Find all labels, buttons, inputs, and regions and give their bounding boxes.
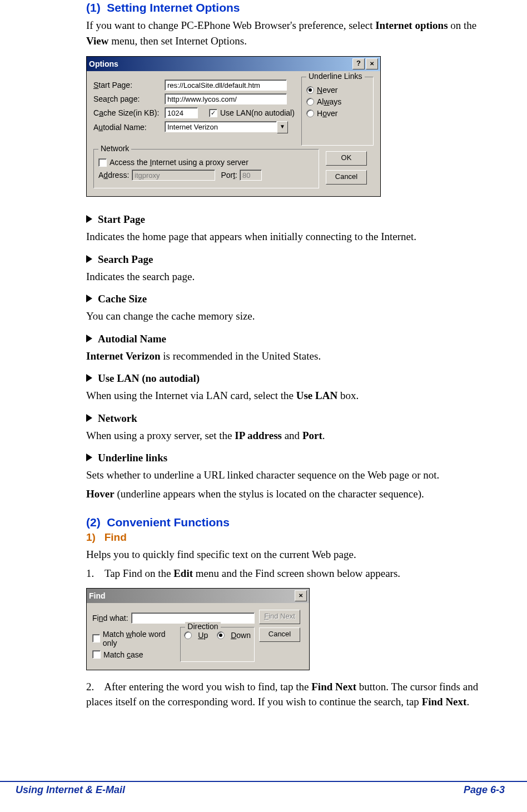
- radio-never[interactable]: [306, 86, 314, 94]
- match-case-label: Match case: [103, 650, 143, 659]
- item-body: When using the Internet via LAN card, se…: [86, 388, 499, 403]
- dialog-title: Options: [89, 59, 351, 68]
- proxy-address-input[interactable]: [132, 170, 215, 181]
- item-search-page: Search Page: [86, 253, 499, 266]
- section2-sub: 1) Find: [86, 531, 499, 544]
- match-case-checkbox[interactable]: [92, 650, 101, 659]
- triangle-icon: [86, 215, 92, 223]
- network-group: Network Access the Internet using a prox…: [93, 149, 319, 188]
- find-cancel-button[interactable]: Cancel: [259, 627, 300, 642]
- find-titlebar: Find: [87, 589, 309, 603]
- item-use-lan: Use LAN (no autodial): [86, 372, 499, 385]
- find-next-button[interactable]: Find Next: [259, 610, 300, 624]
- find-dialog: Find Find what: Match whole word only Ma…: [86, 588, 310, 670]
- item-body: You can change the cache memory size.: [86, 308, 499, 324]
- cancel-button[interactable]: Cancel: [326, 170, 367, 185]
- start-page-input[interactable]: [165, 79, 287, 91]
- footer-left: Using Internet & E-Mail: [16, 784, 125, 796]
- options-dialog: Options ? SStart Page:tart Page: Search …: [86, 56, 381, 197]
- down-label: Down: [231, 631, 251, 640]
- txt: menu, then set Internet Options.: [108, 35, 247, 47]
- triangle-icon: [86, 335, 92, 342]
- bold: View: [86, 35, 108, 47]
- legend: Network: [98, 144, 131, 153]
- radio-always[interactable]: [306, 98, 314, 106]
- triangle-icon: [86, 454, 92, 461]
- item-body: Hover (underline appears when the stylus…: [86, 486, 499, 502]
- bold: Internet options: [375, 19, 448, 31]
- item-body: Indicates the home page that appears whe…: [86, 229, 499, 245]
- section1-heading: (1) Setting Internet Options: [86, 1, 499, 14]
- autodial-dropdown-button[interactable]: ▼: [277, 121, 288, 133]
- underline-links-group: Underline Links Never Always Hover: [301, 77, 374, 146]
- cache-size-label: Cache Size(in KB):: [93, 108, 165, 117]
- item-underline-links: Underline links: [86, 452, 499, 464]
- legend: Direction: [185, 622, 220, 631]
- txt: If you want to change PC-EPhone Web Brow…: [86, 19, 375, 31]
- triangle-icon: [86, 255, 92, 263]
- legend: Underline Links: [306, 72, 365, 81]
- item-network: Network: [86, 412, 499, 425]
- find-title: Find: [89, 591, 294, 600]
- section1-intro: If you want to change PC-EPhone Web Brow…: [86, 18, 499, 48]
- item-cache-size: Cache Size: [86, 293, 499, 305]
- item-body: When using a proxy server, set the IP ad…: [86, 428, 499, 444]
- item-autodial: Autodial Name: [86, 333, 499, 345]
- opt: Never: [317, 86, 337, 94]
- start-page-label: SStart Page:tart Page:: [93, 81, 165, 89]
- txt: on the: [448, 19, 477, 31]
- close-button[interactable]: [366, 58, 378, 69]
- item-body: Internet Verizon is recommended in the U…: [86, 348, 499, 364]
- step2: 2. After entering the word you wish to f…: [86, 679, 499, 710]
- autodial-label: Autodial Name:: [93, 123, 165, 132]
- section2-intro: Helps you to quickly find specific text …: [86, 547, 499, 562]
- opt: Hover: [317, 109, 337, 118]
- triangle-icon: [86, 374, 92, 382]
- cache-size-input[interactable]: [165, 107, 198, 118]
- match-whole-label: Match whole word only: [103, 630, 175, 647]
- proxy-label: Access the Internet using a proxy server: [110, 158, 248, 167]
- triangle-icon: [86, 414, 92, 422]
- help-button[interactable]: ?: [352, 58, 365, 69]
- proxy-port-input[interactable]: [240, 170, 262, 181]
- footer-right: Page 6-3: [464, 784, 505, 796]
- autodial-input[interactable]: [165, 121, 277, 132]
- find-what-label: Find what:: [92, 614, 131, 622]
- item-start-page: Start Page: [86, 213, 499, 226]
- up-label: Up: [198, 631, 208, 640]
- search-page-input[interactable]: [165, 93, 287, 104]
- opt: Always: [317, 97, 341, 106]
- triangle-icon: [86, 295, 92, 302]
- item-body: Indicates the search page.: [86, 269, 499, 285]
- direction-group: Direction Up Down: [180, 627, 255, 662]
- ok-button[interactable]: OK: [326, 151, 367, 166]
- use-lan-label: Use LAN(no autodial): [220, 108, 295, 117]
- match-whole-checkbox[interactable]: [92, 634, 100, 642]
- radio-hover[interactable]: [306, 109, 314, 117]
- page-footer: Using Internet & E-Mail Page 6-3: [0, 781, 527, 796]
- port-label: Port:: [215, 171, 240, 180]
- step1: 1. Tap Find on the Edit menu and the Fin…: [86, 566, 499, 581]
- address-label: Address:: [98, 171, 132, 180]
- radio-down[interactable]: [217, 631, 225, 639]
- item-body: Sets whether to underline a URL linked c…: [86, 467, 499, 483]
- find-close-button[interactable]: [295, 590, 307, 601]
- title-bar: Options ?: [87, 57, 380, 71]
- radio-up[interactable]: [184, 631, 192, 639]
- search-page-label: Search page:: [93, 94, 165, 103]
- proxy-checkbox[interactable]: [98, 158, 107, 167]
- use-lan-checkbox[interactable]: ✓: [209, 109, 217, 117]
- section2-heading: (2) Convenient Functions: [86, 516, 499, 529]
